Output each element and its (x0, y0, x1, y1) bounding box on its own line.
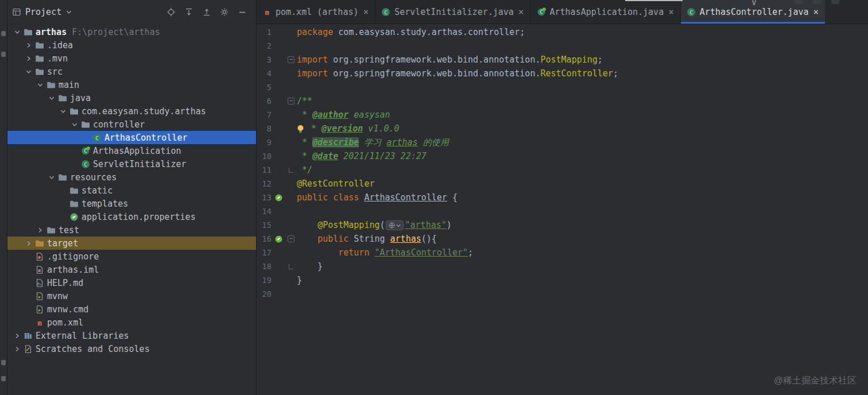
chevron-down-icon[interactable] (58, 108, 68, 115)
code-line-15[interactable]: 15 @PostMapping("arthas") (257, 218, 868, 232)
tree-item-static[interactable]: static (7, 184, 256, 197)
tree-item-gitignore[interactable]: .gitignore (7, 250, 256, 263)
collapse-all-icon[interactable] (202, 7, 211, 17)
settings-gear-icon[interactable] (220, 7, 229, 17)
tree-item-main[interactable]: main (7, 78, 256, 91)
chevron-down-icon[interactable] (65, 9, 72, 16)
spring-bean-icon[interactable] (272, 194, 285, 202)
code-line-19[interactable]: 19 } (257, 273, 868, 287)
endpoint-inlay-icon[interactable] (386, 220, 404, 230)
tab-close-icon[interactable]: × (668, 7, 675, 17)
tree-item-external-libraries[interactable]: External Libraries (7, 329, 256, 342)
code-editor[interactable]: 1 package com.easysan.study.arthas.contr… (257, 24, 868, 395)
tree-item-controller[interactable]: controller (7, 118, 256, 131)
line-number[interactable]: 17 (257, 248, 272, 257)
chevron-right-icon[interactable] (24, 240, 34, 247)
code-line-14[interactable]: 14 (257, 204, 868, 218)
editor-tab-servletinitializer-java[interactable]: C ServletInitializer.java × (375, 0, 530, 24)
chevron-down-icon[interactable] (24, 68, 34, 75)
tree-item-arthascontroller[interactable]: CArthasController (7, 131, 256, 144)
tree-item-scratches-and-consoles[interactable]: Scratches and Consoles (7, 342, 256, 355)
line-number[interactable]: 14 (257, 207, 272, 216)
tree-item-mvn[interactable]: .mvn (7, 52, 256, 65)
tab-close-icon[interactable]: × (363, 7, 370, 17)
tree-item-java[interactable]: java (7, 91, 256, 104)
chevron-down-icon[interactable] (12, 29, 22, 36)
code-line-3[interactable]: 3− import org.springframework.web.bind.a… (257, 53, 868, 67)
fold-end-icon[interactable] (289, 168, 293, 173)
editor-tab-pom-xml-arthas[interactable]: m pom.xml (arthas) × (257, 0, 375, 24)
tree-item-servletinitializer[interactable]: CServletInitializer (7, 157, 256, 171)
fold-open-icon[interactable]: − (288, 235, 294, 242)
expand-all-icon[interactable] (184, 7, 193, 17)
chevron-down-icon[interactable] (69, 121, 80, 128)
project-panel-title[interactable]: Project (25, 7, 61, 17)
chevron-down-icon[interactable] (46, 95, 57, 102)
code-line-4[interactable]: 4 import org.springframework.web.bind.an… (257, 67, 868, 80)
code-line-9[interactable]: 9 * @describe 学习 arthas 的使用 (257, 135, 868, 149)
line-number[interactable]: 8 (257, 124, 272, 133)
code-line-5[interactable]: 5 (257, 80, 868, 94)
toolwindow-stripe-button[interactable] (1, 376, 6, 381)
tree-item-arthas[interactable]: arthasF:\project\arthas (7, 25, 256, 38)
tree-item-idea[interactable]: .idea (7, 38, 256, 52)
chevron-down-icon[interactable] (46, 174, 57, 181)
code-line-6[interactable]: 6− /** (257, 94, 868, 108)
tab-close-icon[interactable]: × (518, 7, 525, 17)
toolwindow-stripe-button[interactable] (1, 31, 6, 36)
tree-item-pom-xml[interactable]: mpom.xml (7, 316, 256, 329)
tree-item-arthasapplication[interactable]: CArthasApplication (7, 144, 256, 157)
chevron-right-icon[interactable] (12, 346, 22, 353)
fold-end-icon[interactable] (289, 264, 293, 269)
line-number[interactable]: 11 (257, 165, 272, 175)
fold-open-icon[interactable]: − (288, 98, 294, 104)
line-number[interactable]: 15 (257, 220, 272, 230)
line-number[interactable]: 7 (257, 110, 272, 119)
toolwindow-stripe-button[interactable] (1, 52, 6, 57)
fold-open-icon[interactable]: − (288, 56, 294, 63)
code-line-8[interactable]: 8 * @version v1.0.0 (257, 122, 868, 135)
editor-tab-arthasapplication-java[interactable]: C ArthasApplication.java × (531, 0, 681, 24)
tree-item-application-properties[interactable]: application.properties (7, 210, 256, 223)
tree-item-mvnw-cmd[interactable]: mvnw.cmd (7, 303, 256, 316)
code-line-10[interactable]: 10 * @date 2021/11/23 22:27 (257, 149, 868, 163)
tree-item-target[interactable]: target (7, 237, 256, 250)
line-number[interactable]: 12 (257, 179, 272, 188)
line-number[interactable]: 16 (257, 234, 272, 243)
chevron-right-icon[interactable] (35, 227, 45, 234)
code-line-13[interactable]: 13 public class ArthasController { (257, 191, 868, 204)
spring-bean-icon[interactable] (272, 235, 285, 243)
tree-item-arthas-iml[interactable]: arthas.iml (7, 263, 256, 276)
code-line-11[interactable]: 11 */ (257, 163, 868, 177)
chevron-right-icon[interactable] (12, 332, 22, 339)
tree-item-mvnw[interactable]: mvnw (7, 289, 256, 303)
tree-item-src[interactable]: src (7, 65, 256, 78)
code-line-1[interactable]: 1 package com.easysan.study.arthas.contr… (257, 25, 868, 39)
line-number[interactable]: 9 (257, 138, 272, 147)
locate-file-icon[interactable] (166, 7, 176, 17)
code-line-18[interactable]: 18 } (257, 260, 868, 273)
chevron-down-icon[interactable] (35, 82, 45, 88)
chevron-right-icon[interactable] (24, 42, 34, 49)
line-number[interactable]: 20 (257, 289, 272, 299)
line-number[interactable]: 3 (257, 55, 272, 64)
tree-item-com-easysan-study-arthas[interactable]: com.easysan.study.arthas (7, 104, 256, 118)
line-number[interactable]: 10 (257, 152, 272, 161)
line-number[interactable]: 4 (257, 69, 272, 78)
line-number[interactable]: 5 (257, 83, 272, 92)
tree-item-resources[interactable]: resources (7, 171, 256, 184)
tree-item-help-md[interactable]: M↓HELP.md (7, 276, 256, 289)
toolwindow-stripe-button[interactable] (1, 360, 6, 365)
chevron-right-icon[interactable] (24, 55, 34, 62)
intention-bulb-icon[interactable] (297, 125, 304, 133)
line-number[interactable]: 6 (257, 96, 272, 106)
line-number[interactable]: 1 (257, 28, 272, 37)
line-number[interactable]: 18 (257, 262, 272, 271)
tab-close-icon[interactable]: × (812, 7, 819, 17)
hide-panel-icon[interactable] (238, 7, 247, 17)
line-number[interactable]: 13 (257, 193, 272, 202)
code-line-7[interactable]: 7 * @author easysan (257, 108, 868, 122)
code-line-20[interactable]: 20 (257, 287, 868, 301)
line-number[interactable]: 19 (257, 276, 272, 285)
code-line-17[interactable]: 17 return "ArthasController"; (257, 246, 868, 260)
